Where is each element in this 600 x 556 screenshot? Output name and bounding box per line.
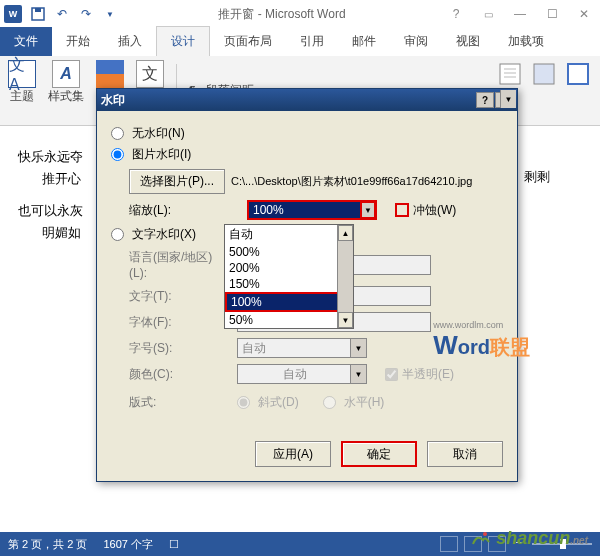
svg-rect-6 bbox=[534, 64, 554, 84]
radio-diagonal bbox=[237, 396, 250, 409]
scale-dropdown-list: 自动 500% 200% 150% 100% 50% ▲ ▼ bbox=[224, 224, 354, 329]
apply-button[interactable]: 应用(A) bbox=[255, 441, 331, 467]
horizontal-label: 水平(H) bbox=[344, 394, 385, 411]
color-combo bbox=[237, 364, 367, 384]
tab-home[interactable]: 开始 bbox=[52, 27, 104, 56]
dd-item-auto[interactable]: 自动 bbox=[225, 225, 353, 244]
tab-review[interactable]: 审阅 bbox=[390, 27, 442, 56]
dd-item-200[interactable]: 200% bbox=[225, 260, 353, 276]
colors-icon bbox=[96, 60, 124, 88]
doc-line-right: 剩剩 bbox=[524, 166, 550, 188]
qat-dropdown-icon[interactable]: ▼ bbox=[100, 4, 120, 24]
ribbon-display-icon[interactable]: ▭ bbox=[476, 4, 500, 24]
scroll-up-icon[interactable]: ▲ bbox=[338, 225, 353, 241]
themes-button[interactable]: 文A 主题 bbox=[8, 60, 36, 121]
size-label: 字号(S): bbox=[129, 340, 229, 357]
themes-label: 主题 bbox=[10, 88, 34, 105]
maximize-icon[interactable]: ☐ bbox=[540, 4, 564, 24]
scale-dropdown-arrow[interactable]: ▼ bbox=[360, 201, 376, 219]
semitransparent-checkbox bbox=[385, 368, 398, 381]
dialog-footer: 应用(A) 确定 取消 bbox=[97, 431, 517, 481]
close-icon[interactable]: ✕ bbox=[572, 4, 596, 24]
scroll-down-icon[interactable]: ▼ bbox=[338, 312, 353, 328]
quick-access-toolbar: ↶ ↷ ▼ bbox=[28, 4, 120, 24]
save-icon[interactable] bbox=[28, 4, 48, 24]
tab-insert[interactable]: 插入 bbox=[104, 27, 156, 56]
text-label: 文字(T): bbox=[129, 288, 229, 305]
ribbon-tabs: 文件 开始 插入 设计 页面布局 引用 邮件 审阅 视图 加载项 bbox=[0, 28, 600, 56]
washout-label: 冲蚀(W) bbox=[413, 202, 456, 219]
word-app-icon: W bbox=[4, 5, 22, 23]
fonts-icon: 文 bbox=[136, 60, 164, 88]
dd-item-500[interactable]: 500% bbox=[225, 244, 353, 260]
tab-references[interactable]: 引用 bbox=[286, 27, 338, 56]
dialog-titlebar: 水印 ? ✕ bbox=[97, 89, 517, 111]
radio-no-watermark[interactable] bbox=[111, 127, 124, 140]
view-read-icon[interactable] bbox=[440, 536, 458, 552]
no-watermark-label: 无水印(N) bbox=[132, 125, 185, 142]
dd-item-150[interactable]: 150% bbox=[225, 276, 353, 292]
statusbar: 第 2 页，共 2 页 1607 个字 ☐ − bbox=[0, 532, 600, 556]
dialog-help-icon[interactable]: ? bbox=[476, 92, 494, 108]
zoom-slider[interactable] bbox=[532, 543, 592, 545]
semitransparent-label: 半透明(E) bbox=[402, 366, 454, 383]
layout-label: 版式: bbox=[129, 394, 229, 411]
language-label: 语言(国家/地区)(L): bbox=[129, 249, 229, 280]
styleset-label: 样式集 bbox=[48, 88, 84, 105]
color-label: 颜色(C): bbox=[129, 366, 229, 383]
color-dropdown-arrow: ▼ bbox=[350, 365, 366, 383]
page-color-button[interactable] bbox=[530, 60, 558, 88]
radio-picture-watermark[interactable] bbox=[111, 148, 124, 161]
size-dropdown-arrow: ▼ bbox=[350, 339, 366, 357]
font-dropdown-arrow: ▼ bbox=[500, 90, 516, 108]
status-page[interactable]: 第 2 页，共 2 页 bbox=[8, 537, 87, 552]
redo-icon[interactable]: ↷ bbox=[76, 4, 96, 24]
dropdown-scrollbar[interactable]: ▲ ▼ bbox=[337, 225, 353, 328]
picture-file-path: C:\...\Desktop\图片素材\t01e99ff66a17d64210.… bbox=[231, 174, 472, 189]
tab-mailings[interactable]: 邮件 bbox=[338, 27, 390, 56]
tab-view[interactable]: 视图 bbox=[442, 27, 494, 56]
scale-label: 缩放(L): bbox=[129, 202, 183, 219]
titlebar: W ↶ ↷ ▼ 推开窗 - Microsoft Word ? ▭ — ☐ ✕ bbox=[0, 0, 600, 28]
svg-rect-7 bbox=[568, 64, 588, 84]
diagonal-label: 斜式(D) bbox=[258, 394, 299, 411]
picture-watermark-label: 图片水印(I) bbox=[132, 146, 191, 163]
select-picture-button[interactable]: 选择图片(P)... bbox=[129, 169, 225, 194]
cancel-button[interactable]: 取消 bbox=[427, 441, 503, 467]
view-print-icon[interactable] bbox=[464, 536, 482, 552]
minimize-icon[interactable]: — bbox=[508, 4, 532, 24]
radio-text-watermark[interactable] bbox=[111, 228, 124, 241]
window-controls: ? ▭ — ☐ ✕ bbox=[444, 4, 596, 24]
text-watermark-label: 文字水印(X) bbox=[132, 226, 196, 243]
dd-item-50[interactable]: 50% bbox=[225, 312, 353, 328]
washout-checkbox[interactable] bbox=[395, 203, 409, 217]
styleset-button[interactable]: A 样式集 bbox=[48, 60, 84, 121]
tab-file[interactable]: 文件 bbox=[0, 27, 52, 56]
size-combo bbox=[237, 338, 367, 358]
svg-rect-1 bbox=[35, 8, 41, 12]
page-borders-button[interactable] bbox=[564, 60, 592, 88]
status-lang-icon[interactable]: ☐ bbox=[169, 538, 179, 551]
styleset-icon: A bbox=[52, 60, 80, 88]
svg-rect-2 bbox=[500, 64, 520, 84]
dd-item-100[interactable]: 100% bbox=[225, 292, 353, 312]
dialog-title: 水印 bbox=[101, 92, 125, 109]
undo-icon[interactable]: ↶ bbox=[52, 4, 72, 24]
ok-button[interactable]: 确定 bbox=[341, 441, 417, 467]
themes-icon: 文A bbox=[8, 60, 36, 88]
tab-layout[interactable]: 页面布局 bbox=[210, 27, 286, 56]
watermark-button[interactable] bbox=[496, 60, 524, 88]
help-icon[interactable]: ? bbox=[444, 4, 468, 24]
tab-addins[interactable]: 加载项 bbox=[494, 27, 558, 56]
radio-horizontal bbox=[323, 396, 336, 409]
font-label: 字体(F): bbox=[129, 314, 229, 331]
app-title: 推开窗 - Microsoft Word bbox=[120, 6, 444, 23]
zoom-out-icon[interactable]: − bbox=[512, 536, 526, 552]
status-words[interactable]: 1607 个字 bbox=[103, 537, 153, 552]
tab-design[interactable]: 设计 bbox=[156, 26, 210, 56]
view-web-icon[interactable] bbox=[488, 536, 506, 552]
scale-combo[interactable] bbox=[247, 200, 377, 220]
